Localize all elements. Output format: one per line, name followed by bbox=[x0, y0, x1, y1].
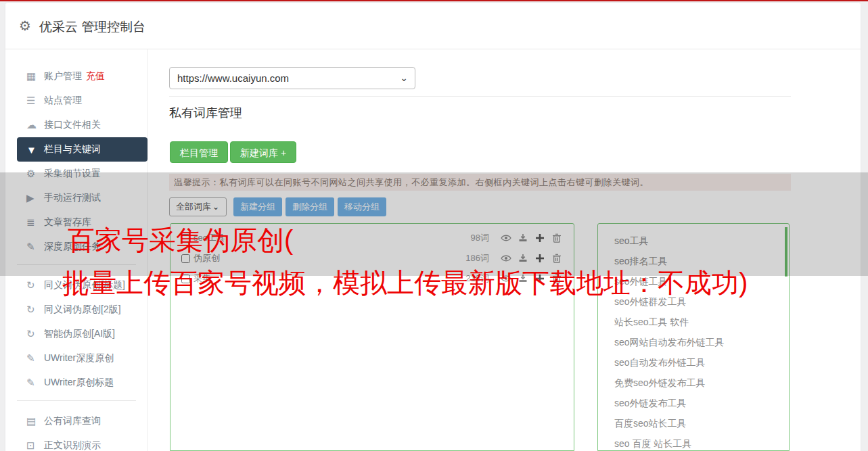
keyword-item[interactable]: seo 百度 站长工具 bbox=[614, 433, 789, 451]
pencil-icon: ✎ bbox=[26, 241, 44, 253]
add-icon[interactable] bbox=[534, 253, 545, 264]
lexicon-row: 伪原创 186词 bbox=[170, 248, 574, 268]
chevron-down-icon: ⌄ bbox=[212, 198, 219, 216]
sidebar-item-body-recognition[interactable]: ⊡ 正文识别演示 bbox=[17, 433, 147, 451]
new-lexicon-button[interactable]: 新建词库 + bbox=[230, 141, 296, 163]
download-icon[interactable] bbox=[518, 253, 528, 264]
sidebar-item-uwriter-title[interactable]: ✎ UWriter原创标题 bbox=[17, 371, 147, 395]
scrollbar-thumb[interactable] bbox=[785, 227, 787, 277]
page-title: 私有词库管理 bbox=[169, 105, 242, 121]
view-icon[interactable] bbox=[501, 233, 511, 243]
recharge-badge[interactable]: 充值 bbox=[86, 70, 105, 82]
lexicon-name[interactable]: seo工具 bbox=[193, 232, 457, 244]
keyword-item[interactable]: seo自动发布外链工具 bbox=[614, 352, 789, 373]
manage-columns-button[interactable]: 栏目管理 bbox=[170, 141, 228, 163]
view-icon[interactable] bbox=[501, 253, 511, 264]
sidebar-item-label: UWriter深度原创 bbox=[44, 352, 114, 364]
database-icon: ≣ bbox=[26, 216, 44, 229]
cloud-upload-icon: ☁ bbox=[26, 119, 44, 131]
sidebar-item-label: 栏目与关键词 bbox=[44, 143, 101, 156]
new-group-button[interactable]: 新建分组 bbox=[233, 197, 282, 216]
trash-icon[interactable] bbox=[551, 273, 562, 284]
lexicon-name[interactable]: 采集 bbox=[193, 272, 457, 285]
sidebar-item-manual-run[interactable]: ▶ 手动运行测试 bbox=[17, 186, 147, 210]
sidebar-item-collect-settings[interactable]: ⚙ 采集细节设置 bbox=[17, 162, 147, 186]
trash-icon[interactable] bbox=[551, 253, 562, 264]
sidebar-divider bbox=[17, 400, 136, 401]
add-icon[interactable] bbox=[534, 273, 545, 284]
sidebar-item-label: 正文识别演示 bbox=[44, 440, 101, 451]
lexicon-group-value: 全部词库 bbox=[176, 201, 211, 212]
divider bbox=[169, 96, 791, 97]
sidebar-item-synonym-v2[interactable]: ↻ 同义词伪原创[2版] bbox=[17, 298, 147, 322]
sidebar-item-account[interactable]: ▦ 账户管理 充值 bbox=[17, 64, 147, 89]
word-count: 218词 bbox=[457, 272, 489, 285]
site-select[interactable]: https://www.ucaiyun.com ⌄ bbox=[169, 67, 415, 89]
lexicon-row: 采集 218词 bbox=[170, 268, 574, 289]
sidebar-item-article-store[interactable]: ≣ 文章暂存库 bbox=[17, 210, 147, 235]
gears-icon: ⚙ bbox=[26, 168, 44, 180]
sidebar-item-ai-rewrite[interactable]: ↻ 智能伪原创[AI版] bbox=[17, 322, 147, 346]
sidebar-item-label: 手动运行测试 bbox=[44, 192, 101, 204]
keyword-item[interactable]: seo排名工具 bbox=[614, 251, 789, 271]
delete-group-button[interactable]: 删除分组 bbox=[285, 197, 334, 216]
download-icon[interactable] bbox=[518, 233, 528, 243]
view-icon[interactable] bbox=[501, 273, 511, 284]
add-icon[interactable] bbox=[534, 233, 545, 243]
sidebar: ▦ 账户管理 充值 ☰ 站点管理 ☁ 接口文件相关 ▼ 栏目与关键词 ⚙ 采集细… bbox=[5, 49, 148, 451]
sidebar-item-public-lexicon[interactable]: ▤ 公有词库查询 bbox=[17, 409, 147, 433]
chevron-down-icon: ⌄ bbox=[400, 68, 408, 89]
sidebar-item-label: UWriter原创标题 bbox=[44, 377, 114, 389]
pencil-icon: ✎ bbox=[26, 377, 44, 389]
sidebar-item-label: 站点管理 bbox=[44, 95, 82, 107]
sync-icon: ↻ bbox=[26, 279, 44, 291]
sync-icon: ↻ bbox=[26, 304, 44, 316]
chart-icon: ▦ bbox=[26, 70, 44, 82]
keyword-item[interactable]: seo外链群发工具 bbox=[614, 291, 789, 312]
lexicon-checkbox[interactable] bbox=[181, 275, 190, 283]
pencil-icon: ✎ bbox=[26, 352, 44, 364]
keyword-item[interactable]: seo外链工具 bbox=[614, 271, 789, 291]
sidebar-item-label: 深度原创任务 bbox=[44, 241, 101, 253]
sidebar-item-label: 公有词库查询 bbox=[44, 415, 101, 427]
move-group-button[interactable]: 移动分组 bbox=[338, 197, 386, 216]
sidebar-item-synonym-title[interactable]: ↻ 同义词伪原创[标题] bbox=[17, 273, 147, 298]
keyword-item[interactable]: seo网站自动发布外链工具 bbox=[614, 332, 789, 352]
sidebar-item-sites[interactable]: ☰ 站点管理 bbox=[17, 89, 147, 113]
sidebar-item-deep-original[interactable]: ✎ 深度原创任务 bbox=[17, 235, 147, 259]
sidebar-item-label: 采集细节设置 bbox=[44, 168, 101, 180]
lexicon-name[interactable]: 伪原创 bbox=[193, 252, 457, 264]
lexicon-group-select[interactable]: 全部词库 ⌄ bbox=[169, 197, 227, 216]
keyword-item[interactable]: 免费seo外链发布工具 bbox=[614, 373, 789, 393]
keyword-list-box: seo工具 seo排名工具 seo外链工具 seo外链群发工具 站长seo工具 … bbox=[597, 223, 790, 451]
sidebar-divider bbox=[17, 264, 136, 265]
keyword-item[interactable]: seo工具 bbox=[614, 231, 789, 251]
app-header: ⚙ 优采云 管理控制台 bbox=[5, 3, 861, 49]
trash-icon[interactable] bbox=[551, 233, 562, 243]
app-title: 优采云 管理控制台 bbox=[39, 18, 145, 36]
lexicon-list-box: seo工具 98词 伪原创 186词 采集 218词 bbox=[170, 223, 574, 451]
play-icon: ▶ bbox=[26, 192, 44, 204]
sidebar-item-label: 同义词伪原创[2版] bbox=[44, 304, 121, 316]
keyword-item[interactable]: 站长seo工具 软件 bbox=[614, 312, 789, 332]
lexicon-checkbox[interactable] bbox=[181, 254, 190, 263]
list-icon: ☰ bbox=[26, 95, 44, 107]
sidebar-item-label: 同义词伪原创[标题] bbox=[44, 279, 125, 291]
download-icon[interactable] bbox=[518, 273, 528, 284]
keyword-item[interactable]: seo外链发布工具 bbox=[614, 393, 789, 413]
tip-banner: 温馨提示：私有词库可以在同账号不同网站之间共享使用，不必重复添加。右侧框内关键词… bbox=[169, 174, 791, 191]
lexicon-row: seo工具 98词 bbox=[170, 228, 574, 248]
sidebar-item-uwriter-deep[interactable]: ✎ UWriter深度原创 bbox=[17, 346, 147, 371]
keyword-item[interactable]: 百度seo站长工具 bbox=[614, 413, 789, 433]
sidebar-item-columns-keywords[interactable]: ▼ 栏目与关键词 bbox=[17, 137, 147, 162]
sidebar-item-interface-files[interactable]: ☁ 接口文件相关 bbox=[17, 113, 147, 137]
top-red-line bbox=[0, 0, 868, 1]
word-count: 186词 bbox=[457, 252, 489, 264]
sidebar-item-label: 接口文件相关 bbox=[44, 119, 101, 131]
sidebar-item-label: 智能伪原创[AI版] bbox=[44, 328, 115, 340]
funnel-icon: ▼ bbox=[26, 144, 44, 156]
sidebar-item-label: 文章暂存库 bbox=[44, 216, 91, 229]
gear-icon: ⚙ bbox=[19, 18, 31, 34]
lexicon-checkbox[interactable] bbox=[181, 234, 190, 243]
site-select-value: https://www.ucaiyun.com bbox=[177, 72, 289, 84]
